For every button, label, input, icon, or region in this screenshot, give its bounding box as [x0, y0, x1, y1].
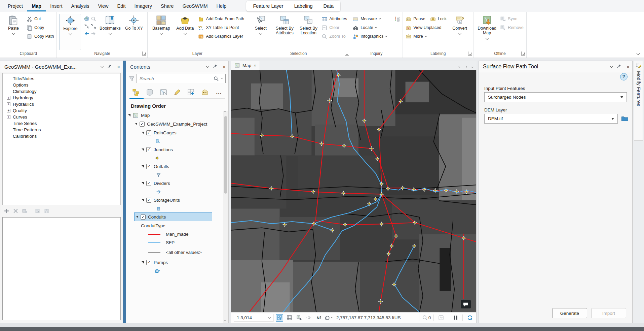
- xy-table-to-point-button[interactable]: XYXY Table To Point: [198, 24, 244, 31]
- menu-project[interactable]: Project: [3, 1, 27, 11]
- close-icon[interactable]: ×: [223, 64, 226, 69]
- layer-map[interactable]: Map: [126, 111, 228, 120]
- tree-item-climatology[interactable]: Climatology: [4, 88, 119, 95]
- tree-item-time-series[interactable]: Time Series: [4, 120, 119, 127]
- label-pause-button[interactable]: Pause: [406, 15, 425, 23]
- pane-splitter[interactable]: [123, 61, 126, 323]
- menu-imagery[interactable]: Imagery: [130, 1, 156, 11]
- next-view-icon[interactable]: [465, 66, 467, 68]
- prev-view-icon[interactable]: [458, 66, 461, 68]
- layer-conduits-selected[interactable]: ✓ Conduits: [134, 212, 212, 221]
- scale-select[interactable]: 1:3,014: [234, 314, 273, 322]
- tab-feature-layer[interactable]: Feature Layer: [248, 1, 289, 11]
- layer-outfalls[interactable]: ✓ Outfalls: [126, 162, 228, 171]
- checkbox[interactable]: ✓: [146, 147, 151, 152]
- locate-button[interactable]: Locate: [353, 24, 387, 31]
- basemap-button[interactable]: Basemap: [150, 14, 172, 50]
- add-data-button[interactable]: Add Data: [174, 14, 196, 50]
- expander-icon[interactable]: [142, 199, 144, 201]
- storage-symbol[interactable]: [126, 204, 228, 212]
- tree-item-calibrations[interactable]: Calibrations: [4, 133, 119, 139]
- expand-plus-icon[interactable]: +: [7, 96, 10, 100]
- legend-sfp[interactable]: SFP: [126, 238, 228, 247]
- tab-data[interactable]: Data: [318, 1, 339, 11]
- expand-plus-icon[interactable]: +: [7, 109, 10, 112]
- pin-icon[interactable]: [617, 64, 622, 70]
- menu-geoswmm[interactable]: GeoSWMM: [178, 1, 212, 11]
- pin-icon[interactable]: [213, 64, 219, 70]
- tab-drawing-order[interactable]: [129, 87, 142, 97]
- expander-icon[interactable]: [142, 165, 144, 168]
- expander-icon[interactable]: [142, 132, 144, 134]
- raingage-symbol[interactable]: [126, 137, 228, 145]
- forward-arrow-icon[interactable]: [91, 31, 97, 37]
- offline-launcher-icon[interactable]: [521, 52, 525, 56]
- outfall-symbol[interactable]: [126, 171, 228, 179]
- fixed-zoom-in-icon[interactable]: [84, 24, 90, 29]
- go-to-xy-button[interactable]: Go To XY: [123, 14, 145, 50]
- layers-add-icon[interactable]: [295, 314, 303, 322]
- zoom-to-button[interactable]: Zoom To: [321, 33, 347, 40]
- copy-path-button[interactable]: Copy Path: [27, 33, 54, 40]
- convert-labels-button[interactable]: A Convert: [449, 14, 470, 50]
- snap-grid-icon[interactable]: [276, 314, 283, 322]
- selection-launcher-icon[interactable]: [345, 52, 349, 56]
- map-tab[interactable]: Map ×: [231, 61, 260, 70]
- select-by-attributes-button[interactable]: Select By Attributes: [274, 14, 295, 50]
- north-icon[interactable]: N: [315, 314, 322, 322]
- contents-scrollbar[interactable]: [223, 111, 228, 323]
- zoom-selection-count[interactable]: 0: [423, 314, 430, 322]
- select-button[interactable]: Select: [250, 14, 271, 50]
- menu-insert[interactable]: Insert: [46, 1, 67, 11]
- checkbox[interactable]: ✓: [146, 181, 151, 186]
- download-map-button[interactable]: Download Map: [476, 14, 498, 50]
- layer-project-group[interactable]: ✓ GeoSWMM_Example_Project: [126, 120, 228, 128]
- layer-storageunits[interactable]: ✓ StorageUnits: [126, 196, 228, 204]
- filter-icon[interactable]: [129, 76, 135, 81]
- search-field[interactable]: [140, 76, 211, 81]
- close-map-tab-icon[interactable]: ×: [254, 63, 256, 68]
- menu-edit[interactable]: Edit: [113, 1, 130, 11]
- junction-symbol[interactable]: [126, 154, 228, 162]
- copy-button[interactable]: Copy: [27, 24, 54, 31]
- tab-data-source[interactable]: [143, 87, 156, 97]
- expander-icon[interactable]: [128, 114, 130, 117]
- pump-symbol[interactable]: [126, 267, 228, 275]
- checkbox[interactable]: ✓: [146, 260, 151, 265]
- full-extent-icon[interactable]: [84, 16, 90, 22]
- expand-plus-icon[interactable]: +: [7, 102, 10, 106]
- layer-pumps[interactable]: ✓ Pumps: [126, 258, 228, 267]
- back-arrow-icon[interactable]: [84, 31, 90, 37]
- pin-icon[interactable]: [107, 64, 113, 70]
- help-icon[interactable]: ?: [620, 73, 628, 80]
- expander-icon[interactable]: [136, 216, 138, 218]
- coordinates-readout[interactable]: 2,757,187.87 7,713,345.53 ftUS: [336, 315, 401, 320]
- tree-item-options[interactable]: Options: [4, 82, 119, 88]
- layer-raingages[interactable]: ✓ RainGages: [126, 128, 228, 137]
- tab-snapping[interactable]: [199, 87, 211, 97]
- checkbox[interactable]: ✓: [146, 130, 151, 135]
- scroll-up-icon[interactable]: [224, 111, 226, 113]
- dem-layer-select[interactable]: DEM.tif: [484, 114, 618, 124]
- menu-help[interactable]: Help: [212, 1, 231, 11]
- refresh-icon[interactable]: [466, 314, 473, 322]
- select-by-location-button[interactable]: Select By Location: [298, 14, 319, 50]
- paste-button[interactable]: Paste: [3, 14, 24, 50]
- label-lock-button[interactable]: Lock: [430, 15, 447, 23]
- panel-menu-icon[interactable]: [206, 65, 210, 68]
- expander-icon[interactable]: [142, 148, 144, 151]
- tab-labeling-view[interactable]: [185, 87, 197, 97]
- tab-more[interactable]: …: [213, 87, 225, 97]
- search-input[interactable]: [137, 74, 226, 83]
- tree-item-time-patterns[interactable]: Time Patterns: [4, 127, 119, 133]
- delete-x-icon[interactable]: [13, 208, 18, 214]
- tree-item-curves[interactable]: +Curves: [4, 114, 119, 120]
- tab-labeling[interactable]: Labeling: [289, 1, 318, 11]
- pause-drawing-icon[interactable]: [452, 314, 459, 322]
- navigate-launcher-icon[interactable]: [142, 52, 146, 56]
- scrollbar-thumb[interactable]: [224, 116, 227, 194]
- labeling-launcher-icon[interactable]: [468, 52, 472, 56]
- zoom-selection-icon[interactable]: [91, 16, 97, 22]
- view-unplaced-button[interactable]: View Unplaced: [406, 24, 447, 31]
- legend-man-made[interactable]: Man_made: [126, 230, 228, 238]
